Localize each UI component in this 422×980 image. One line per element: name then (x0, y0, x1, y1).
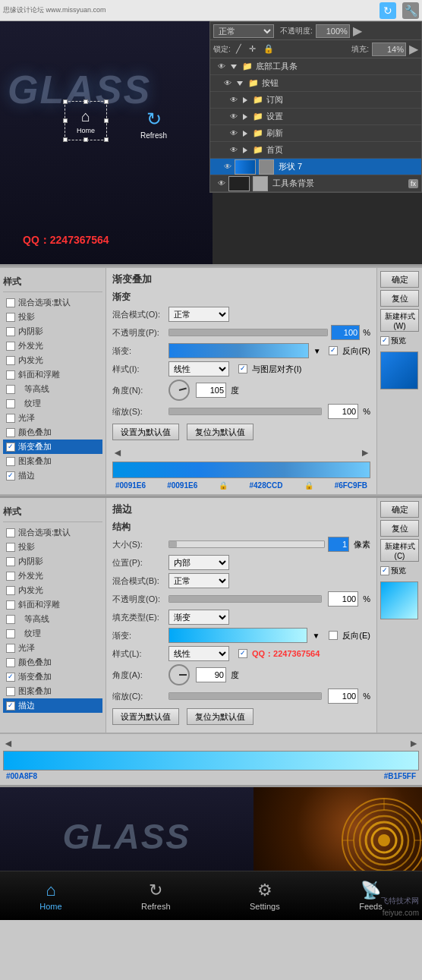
expand-6[interactable] (243, 147, 247, 153)
s2-inner-glow[interactable]: 内发光 (3, 583, 102, 597)
scale-slider[interactable] (168, 408, 322, 415)
eye-icon-1[interactable]: 👁 (216, 61, 227, 72)
s2-cb-outer[interactable] (6, 572, 15, 581)
style-cb-contour[interactable] (6, 385, 15, 394)
s2-blend-options[interactable]: 混合选项:默认 (3, 525, 102, 540)
expand-2[interactable] (237, 81, 243, 86)
stroke-scale-input[interactable] (328, 689, 358, 704)
expand-4[interactable] (243, 114, 247, 120)
gradient-dropdown-arrow[interactable]: ▼ (313, 347, 321, 355)
layer-row-8[interactable]: 👁 工具条背景 fx (210, 175, 421, 192)
s2-drop-shadow[interactable]: 投影 (3, 540, 102, 554)
toolbar-refresh[interactable]: ↻ Refresh (141, 881, 171, 911)
style-cb-drop[interactable] (6, 313, 15, 322)
style-cb-satin[interactable] (6, 414, 15, 423)
eye-icon-4[interactable]: 👁 (228, 112, 239, 122)
expand-1[interactable] (231, 65, 237, 69)
settings-button-top[interactable]: 🔧 (402, 2, 419, 19)
layer-row-6[interactable]: 👁 📁 首页 (210, 142, 421, 159)
reset-default-btn[interactable]: 复位为默认值 (187, 424, 254, 440)
refresh-button-top[interactable]: ↻ (379, 2, 396, 19)
opacity-input[interactable] (331, 325, 360, 340)
stroke-scale-slider[interactable] (168, 692, 322, 700)
reset-btn-2[interactable]: 复位 (380, 520, 419, 537)
style-inner-shadow[interactable]: 内阴影 (3, 324, 102, 339)
preview-check-1[interactable] (380, 336, 389, 345)
s2-color-overlay[interactable]: 颜色叠加 (3, 655, 102, 670)
layer-row-5[interactable]: 👁 📁 刷新 (210, 125, 421, 142)
layer-row-7[interactable]: 👁 形状 7 (210, 159, 421, 175)
ok-btn-2[interactable]: 确定 (380, 501, 419, 518)
style-contour[interactable]: 等高线 (3, 382, 102, 396)
style-inner-glow[interactable]: 内发光 (3, 353, 102, 367)
eye-icon-3[interactable]: 👁 (228, 95, 239, 106)
eye-icon-6[interactable]: 👁 (228, 145, 239, 156)
stroke-opacity-slider[interactable] (168, 595, 322, 603)
stroke-set-default-btn[interactable]: 设置为默认值 (112, 708, 179, 725)
stroke-opacity-input[interactable] (328, 591, 358, 607)
stroke-style-select[interactable]: 线性 (168, 646, 229, 661)
style-cb-bevel[interactable] (6, 370, 15, 380)
stroke-blend-select[interactable]: 正常 (168, 573, 229, 588)
layer-row-1[interactable]: 👁 📁 底部工具条 (210, 58, 421, 75)
set-default-btn[interactable]: 设置为默认值 (112, 424, 179, 440)
s2-cb-satin[interactable] (6, 644, 15, 653)
s2-gradient-overlay[interactable]: 渐变叠加 (3, 670, 102, 684)
style-outer-glow[interactable]: 外发光 (3, 339, 102, 353)
s2-cb-innergl[interactable] (6, 586, 15, 595)
reset-btn-1[interactable]: 复位 (380, 290, 419, 307)
eye-icon-8[interactable]: 👁 (216, 178, 227, 189)
stroke-reverse-checkbox[interactable] (329, 631, 338, 640)
scale-input[interactable] (328, 404, 358, 419)
lock-icon2[interactable]: ✛ (249, 44, 256, 54)
stroke-reset-default-btn[interactable]: 复位为默认值 (187, 708, 254, 725)
s2-texture[interactable]: 纹理 (3, 626, 102, 641)
s2-cb-colorov[interactable] (6, 658, 15, 667)
s2-cb-inner[interactable] (6, 557, 15, 566)
style-cb-inner[interactable] (6, 327, 15, 336)
s2-cb-stroke[interactable] (6, 701, 15, 711)
style-cb-innergl[interactable] (6, 356, 15, 365)
eye-icon-7[interactable]: 👁 (222, 162, 233, 172)
style-cb-colorov[interactable] (6, 428, 15, 437)
s2-stroke[interactable]: 描边 (3, 698, 102, 713)
s2-bevel[interactable]: 斜面和浮雕 (3, 597, 102, 612)
stroke-align-checkbox[interactable] (238, 649, 247, 658)
expand-5[interactable] (243, 131, 247, 137)
position-select[interactable]: 内部 (168, 555, 229, 570)
s2-satin[interactable]: 光泽 (3, 641, 102, 655)
fill-arrow-top[interactable]: ▶ (409, 42, 418, 56)
style-cb-texture[interactable] (6, 399, 15, 408)
style-blend-options[interactable]: 混合选项:默认 (3, 295, 102, 310)
size-slider[interactable] (168, 540, 325, 548)
layer-row-4[interactable]: 👁 📁 设置 (210, 109, 421, 125)
toolbar-feeds[interactable]: 📡 Feeds (359, 881, 383, 911)
stroke-gradient-dropdown[interactable]: ▼ (312, 632, 320, 640)
s2-contour[interactable]: 等高线 (3, 612, 102, 626)
style-drop-shadow[interactable]: 投影 (3, 310, 102, 324)
s2-pattern-overlay[interactable]: 图案叠加 (3, 684, 102, 698)
style-texture[interactable]: 纹理 (3, 396, 102, 411)
s2-inner-shadow[interactable]: 内阴影 (3, 554, 102, 569)
ok-btn-1[interactable]: 确定 (380, 271, 419, 288)
opacity-input-top[interactable] (316, 24, 350, 38)
layer-row-3[interactable]: 👁 📁 订阅 (210, 92, 421, 109)
style-pattern-overlay[interactable]: 图案叠加 (3, 454, 102, 468)
stroke-gradient-picker[interactable] (168, 628, 307, 643)
s2-cb-gradov[interactable] (6, 673, 15, 682)
gradient-full-bar[interactable] (3, 751, 419, 770)
gradient-picker[interactable] (168, 343, 309, 358)
fill-input-top[interactable] (372, 43, 406, 56)
toolbar-settings[interactable]: ⚙ Settings (250, 881, 280, 911)
lock-icon1[interactable]: ╱ (236, 44, 241, 54)
style-bevel[interactable]: 斜面和浮雕 (3, 367, 102, 382)
angle-dial[interactable] (168, 380, 190, 401)
style-select[interactable]: 线性 (168, 361, 229, 377)
reverse-checkbox[interactable] (329, 346, 338, 355)
opacity-slider[interactable] (168, 329, 328, 336)
stroke-angle-dial[interactable] (168, 664, 190, 685)
angle-input[interactable] (196, 383, 226, 398)
style-cb-blend[interactable] (6, 298, 15, 307)
style-cb-stroke[interactable] (6, 471, 15, 481)
style-cb-patternov[interactable] (6, 457, 15, 466)
